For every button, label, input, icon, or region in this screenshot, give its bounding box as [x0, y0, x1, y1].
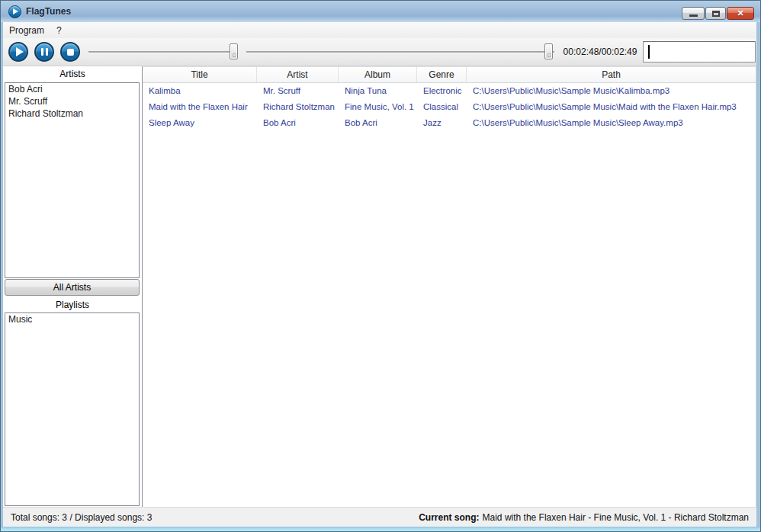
search-input[interactable] — [643, 41, 756, 62]
cell-album: Ninja Tuna — [339, 83, 417, 99]
table-row[interactable]: Maid with the Flaxen Hair Richard Stoltz… — [143, 99, 756, 115]
status-current-song: Current song:Maid with the Flaxen Hair -… — [419, 512, 749, 523]
window-title: FlagTunes — [26, 6, 71, 17]
text-caret — [648, 45, 650, 59]
current-song-value: Maid with the Flaxen Hair - Fine Music, … — [483, 512, 749, 523]
search-box[interactable] — [643, 41, 756, 62]
seek-slider[interactable] — [246, 43, 554, 61]
cell-genre: Jazz — [417, 115, 467, 131]
status-song-count: Total songs: 3 / Displayed songs: 3 — [11, 512, 152, 523]
all-artists-button[interactable]: All Artists — [5, 279, 140, 296]
pause-button[interactable] — [34, 42, 54, 62]
songs-table-header: Title Artist Album Genre Path — [143, 67, 756, 83]
playlists-label: Playlists — [3, 297, 142, 313]
menu-bar: Program ? — [3, 22, 756, 38]
volume-slider-thumb[interactable] — [230, 43, 238, 59]
cell-title: Sleep Away — [143, 115, 257, 131]
time-display: 00:02:48/00:02:49 — [558, 38, 642, 66]
current-song-label: Current song: — [419, 512, 479, 523]
window-frame-bottom — [1, 527, 760, 531]
maximize-button[interactable] — [705, 7, 726, 20]
toolbar: 00:02:48/00:02:49 — [3, 38, 756, 66]
cell-album: Fine Music, Vol. 1 — [339, 99, 417, 115]
title-bar[interactable]: FlagTunes ✕ — [1, 1, 760, 22]
cell-path: C:\Users\Public\Music\Sample Music\Sleep… — [467, 115, 756, 131]
cell-artist: Mr. Scruff — [257, 83, 339, 99]
cell-genre: Electronic — [417, 83, 467, 99]
column-header-genre[interactable]: Genre — [417, 67, 467, 82]
pause-icon — [41, 48, 48, 56]
cell-artist: Bob Acri — [257, 115, 339, 131]
artists-label: Artists — [3, 66, 142, 82]
menu-item-help[interactable]: ? — [50, 22, 68, 38]
artist-list-item[interactable]: Mr. Scruff — [5, 95, 139, 107]
app-window: FlagTunes ✕ Program ? 00:02:48/00:02:49 — [0, 0, 761, 532]
minimize-button[interactable] — [682, 7, 705, 20]
status-bar: Total songs: 3 / Displayed songs: 3 Curr… — [3, 507, 756, 527]
seek-slider-thumb[interactable] — [544, 43, 553, 59]
window-body: Program ? 00:02:48/00:02:49 Ar — [3, 22, 756, 527]
cell-artist: Richard Stoltzman — [257, 99, 339, 115]
cell-title: Kalimba — [143, 83, 257, 99]
stop-icon — [67, 49, 74, 56]
play-button[interactable] — [8, 42, 28, 62]
cell-genre: Classical — [417, 99, 467, 115]
songs-table: Title Artist Album Genre Path Kalimba Mr… — [142, 66, 756, 507]
playlists-listbox[interactable]: Music — [5, 312, 140, 506]
artist-list-item[interactable]: Richard Stoltzman — [5, 107, 139, 120]
cell-path: C:\Users\Public\Music\Sample Music\Kalim… — [467, 83, 756, 99]
column-header-title[interactable]: Title — [143, 67, 257, 82]
table-row[interactable]: Kalimba Mr. Scruff Ninja Tuna Electronic… — [143, 83, 756, 99]
cell-path: C:\Users\Public\Music\Sample Music\Maid … — [467, 99, 756, 115]
column-header-album[interactable]: Album — [339, 67, 417, 82]
cell-title: Maid with the Flaxen Hair — [143, 99, 257, 115]
close-button[interactable]: ✕ — [727, 7, 754, 20]
playlist-list-item[interactable]: Music — [5, 313, 139, 325]
cell-album: Bob Acri — [339, 115, 417, 131]
table-row[interactable]: Sleep Away Bob Acri Bob Acri Jazz C:\Use… — [143, 115, 756, 131]
main-content: Artists Bob Acri Mr. Scruff Richard Stol… — [3, 66, 756, 507]
maximize-icon — [712, 11, 720, 17]
seek-slider-track[interactable] — [246, 51, 554, 53]
minimize-icon — [689, 14, 698, 17]
menu-item-program[interactable]: Program — [3, 22, 50, 38]
artist-list-item[interactable]: Bob Acri — [5, 83, 139, 95]
column-header-path[interactable]: Path — [467, 67, 756, 82]
sidebar: Artists Bob Acri Mr. Scruff Richard Stol… — [3, 66, 142, 507]
close-icon: ✕ — [737, 9, 743, 18]
artists-listbox[interactable]: Bob Acri Mr. Scruff Richard Stoltzman — [5, 82, 140, 278]
volume-slider-track[interactable] — [88, 51, 238, 53]
app-logo-icon — [8, 5, 21, 18]
volume-slider[interactable] — [88, 43, 238, 61]
stop-button[interactable] — [60, 42, 80, 62]
column-header-artist[interactable]: Artist — [257, 67, 339, 82]
play-icon — [16, 47, 24, 56]
